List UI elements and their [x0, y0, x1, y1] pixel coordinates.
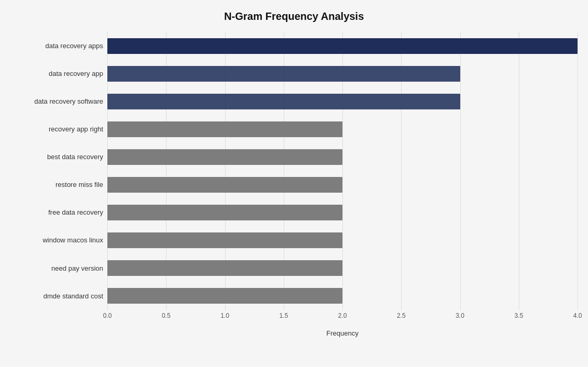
y-label: window macos linux: [10, 236, 103, 244]
y-label: recovery app right: [10, 125, 103, 134]
y-label: dmde standard cost: [10, 292, 103, 301]
x-tick: 0.5: [162, 312, 171, 319]
y-label: restore miss file: [10, 181, 103, 189]
bar: [107, 205, 342, 220]
x-tick: 3.0: [456, 312, 464, 319]
x-axis-label: Frequency: [107, 329, 578, 337]
bar-row: [107, 147, 578, 168]
bar: [107, 288, 342, 304]
x-tick: 0.0: [103, 312, 112, 319]
x-tick: 2.0: [338, 312, 347, 319]
x-tick: 3.5: [514, 312, 523, 319]
y-label: data recovery app: [10, 70, 103, 78]
bar: [107, 38, 578, 54]
x-tick: 1.0: [220, 312, 229, 319]
bar-row: [107, 202, 578, 223]
bars-inner: Frequency 0.00.51.01.52.02.53.03.54.0: [107, 32, 578, 326]
bar: [107, 121, 342, 137]
x-tick: 2.5: [397, 312, 406, 319]
chart-title: N-Gram Frequency Analysis: [10, 10, 578, 23]
chart-container: N-Gram Frequency Analysis data recovery …: [0, 0, 588, 367]
bar: [107, 149, 342, 165]
bar: [107, 66, 460, 82]
bar-row: [107, 285, 578, 306]
y-label: data recovery apps: [10, 42, 103, 50]
y-label: best data recovery: [10, 153, 103, 161]
bar-row: [107, 36, 578, 57]
grid-line: [578, 32, 578, 310]
bar-row: [107, 174, 578, 195]
y-label: free data recovery: [10, 208, 103, 217]
y-label: data recovery software: [10, 97, 103, 106]
bar: [107, 177, 342, 193]
bar: [107, 94, 460, 109]
x-tick: 4.0: [573, 312, 582, 319]
x-tick: 1.5: [279, 312, 288, 319]
bar-row: [107, 119, 578, 140]
chart-area: data recovery appsdata recovery appdata …: [10, 32, 578, 326]
bar: [107, 260, 342, 276]
y-labels: data recovery appsdata recovery appdata …: [10, 32, 107, 326]
bar-row: [107, 63, 578, 84]
bar: [107, 232, 342, 248]
bar-row: [107, 258, 578, 279]
bar-row: [107, 91, 578, 112]
y-label: need pay version: [10, 264, 103, 273]
bars-area: Frequency 0.00.51.01.52.02.53.03.54.0: [107, 32, 578, 326]
bar-row: [107, 230, 578, 251]
